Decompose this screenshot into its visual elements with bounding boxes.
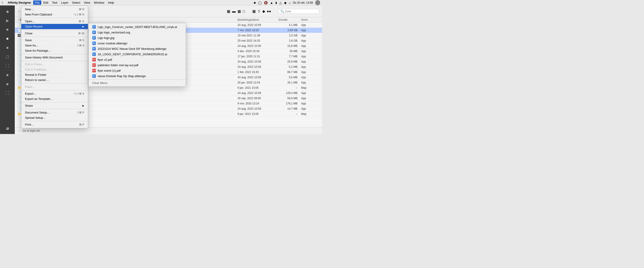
menu-divider: [21, 54, 88, 54]
open-recent-submenu: Ai Ligo_logo_Centrum_center_GENT-MEETJES…: [88, 23, 186, 87]
menu-item-save-as-package[interactable]: Save As Package…: [21, 48, 88, 53]
file-date: 24 aug. 2022 10:59: [238, 107, 278, 110]
view-cover-button[interactable]: □: [243, 9, 245, 14]
clear-menu-item[interactable]: Clear Menu: [88, 80, 186, 86]
apple-menu-icon[interactable]: : [2, 1, 3, 5]
menubar-edit[interactable]: Edit: [41, 1, 50, 5]
file-size: 2,59 GB: [278, 29, 301, 32]
recent-item-7[interactable]: PDF flyer v2.pdf: [88, 57, 186, 62]
menu-item-open-recent[interactable]: Open Recent ▶ Ai Ligo_logo_Centrum_cente…: [21, 24, 88, 29]
menubar-help[interactable]: Help: [106, 1, 116, 5]
file-icon: 📄: [18, 39, 21, 43]
col-header-size[interactable]: Grootte: [278, 18, 301, 21]
menu-item-export[interactable]: Export… ⌥⇧⌘ S: [21, 91, 88, 96]
sidebar-icon-6[interactable]: ☐: [3, 53, 12, 61]
recent-item-3[interactable]: Af Ligo logo.jpg: [88, 35, 186, 41]
sidebar-icon-10[interactable]: ⛶: [3, 89, 12, 97]
sidebar-icon-1[interactable]: ◆: [3, 7, 12, 16]
action-button[interactable]: ▦: [252, 9, 256, 14]
sidebar-icon-9[interactable]: ■: [3, 80, 12, 88]
file-kind: App: [301, 55, 319, 58]
file-size: 129,4 MB: [278, 91, 301, 95]
battery-icon: ▮: [276, 1, 277, 4]
sidebar-icon-8[interactable]: ■: [3, 71, 12, 79]
menu-divider: [21, 18, 88, 18]
tag-button[interactable]: ◆: [262, 9, 265, 14]
recent-item-9[interactable]: PDF flyer event (1).pdf: [88, 68, 186, 73]
col-header-kind[interactable]: Soort: [301, 18, 319, 21]
recent-file-label: Ligo logo_vectorized.svg: [98, 31, 130, 34]
menubar-file[interactable]: File: [33, 1, 42, 5]
recent-item-8[interactable]: PDF patiënten folder met lay-out.pdf: [88, 62, 186, 68]
menu-item-new[interactable]: New… ⌘ N: [21, 7, 88, 12]
menu-item-place[interactable]: Place…: [21, 84, 88, 89]
menu-item-open[interactable]: Open… ⌘ O: [21, 19, 88, 24]
menubar-layer[interactable]: Layer: [59, 1, 70, 5]
recent-item-1[interactable]: Ai Ligo_logo_Centrum_center_GENT-MEETJES…: [88, 24, 186, 30]
file-kind: App: [301, 81, 319, 84]
recent-item-5[interactable]: Af 20221014 WGC Nieuw Gent SIF Mondzorg.…: [88, 46, 186, 51]
view-list-button[interactable]: ▬: [232, 9, 236, 14]
file-date: 24 aug. 2022 10:59: [238, 44, 278, 48]
sidebar-icon-settings[interactable]: ◕: [3, 124, 12, 132]
menubar-view[interactable]: View: [82, 1, 92, 5]
sidebar-icon-3[interactable]: ■: [3, 26, 12, 34]
menubar-affinity-designer[interactable]: Affinity Designer: [6, 1, 33, 5]
menu-item-return-to-owner[interactable]: Return to owner…: [21, 77, 88, 83]
recent-item-4[interactable]: Af cover module.afdesign: [88, 41, 186, 46]
notification-icon: ◯: [258, 1, 262, 5]
clear-menu-label: Clear Menu: [92, 81, 108, 85]
menu-item-close[interactable]: Close ⌘ W: [21, 31, 88, 36]
share-button[interactable]: ⇧: [258, 9, 260, 14]
menu-item-save[interactable]: Save ⌘ S: [21, 38, 88, 43]
menu-item-export-template[interactable]: Export as Template…: [21, 96, 88, 101]
recent-file-label: flyer v2.pdf: [98, 58, 112, 61]
menu-item-save-history[interactable]: Save History With Document: [21, 55, 88, 60]
recent-item-6[interactable]: Ai 18_LOGO_GENT_CORPORATE_DONKERGRIJS.ai: [88, 51, 186, 57]
search-input[interactable]: [285, 10, 317, 13]
submenu-arrow-icon: ▶: [82, 25, 84, 28]
menu-divider: [21, 109, 88, 109]
sidebar-icon-2[interactable]: ▶: [3, 16, 12, 25]
menu-item-new-from-clipboard[interactable]: New From Clipboard ⌥⇧⌘ N: [21, 12, 88, 17]
file-kind: App: [301, 76, 319, 79]
menu-item-save-as[interactable]: Save As… ⇧⌘ S: [21, 43, 88, 48]
search-icon: 🔍: [280, 10, 284, 13]
recent-item-10[interactable]: Af nieuw Drieluik Rap Op Stap.afdesign: [88, 73, 186, 79]
go-to-topic-list-button[interactable]: ← Go to topic list: [18, 129, 40, 132]
menu-item-edit-in-photo[interactable]: Edit in Photo…: [21, 62, 88, 67]
menubar-text[interactable]: Text: [50, 1, 59, 5]
file-menu-dropdown: New… ⌘ N New From Clipboard ⌥⇧⌘ N Open… …: [21, 6, 88, 128]
menu-item-reveal-in-finder[interactable]: Reveal in Finder: [21, 72, 88, 77]
recent-file-icon: Af: [92, 47, 96, 51]
menu-item-document-setup[interactable]: Document Setup… ⇧⌘ P: [21, 110, 88, 115]
menu-item-print[interactable]: Print… ⌘ P: [21, 122, 88, 127]
file-icon: 📄: [18, 81, 21, 84]
user-avatar: [315, 0, 320, 5]
sidebar-icon-4[interactable]: ■: [3, 35, 12, 43]
back-button[interactable]: ←: [18, 9, 21, 14]
menu-item-edit-in-publisher[interactable]: Edit in Publisher…: [21, 67, 88, 72]
recent-item-2[interactable]: Af Ligo logo_vectorized.svg: [88, 30, 186, 35]
menu-item-share[interactable]: Share ▶: [21, 103, 88, 108]
file-date: 24 aug. 2022 10:59: [238, 65, 278, 68]
recent-file-icon: Af: [92, 36, 96, 40]
file-kind: App: [301, 44, 319, 48]
view-icon-button[interactable]: ▦: [227, 9, 230, 14]
sidebar-icon-7[interactable]: ⛶: [3, 62, 12, 70]
file-icon: 📄: [18, 102, 21, 105]
file-size: 2,6 GB: [278, 39, 301, 42]
sidebar-icon-5[interactable]: ■: [3, 44, 12, 52]
menubar-window[interactable]: Window: [92, 1, 106, 5]
more-button[interactable]: ●●: [267, 9, 271, 14]
view-column-button[interactable]: ▦: [238, 9, 241, 14]
menu-item-spread-setup[interactable]: Spread Setup…: [21, 115, 88, 120]
mute-icon: 🔇: [264, 1, 268, 5]
file-kind: Map: [301, 112, 319, 115]
file-size: 4,1 MB: [278, 24, 301, 27]
col-header-date[interactable]: Bewerkingsdatum: [238, 18, 278, 21]
search-icon[interactable]: ⌕: [289, 1, 291, 5]
file-kind: Map: [301, 86, 319, 89]
recent-file-label: Ligo logo.jpg: [98, 36, 114, 40]
menubar-select[interactable]: Select: [70, 1, 82, 5]
